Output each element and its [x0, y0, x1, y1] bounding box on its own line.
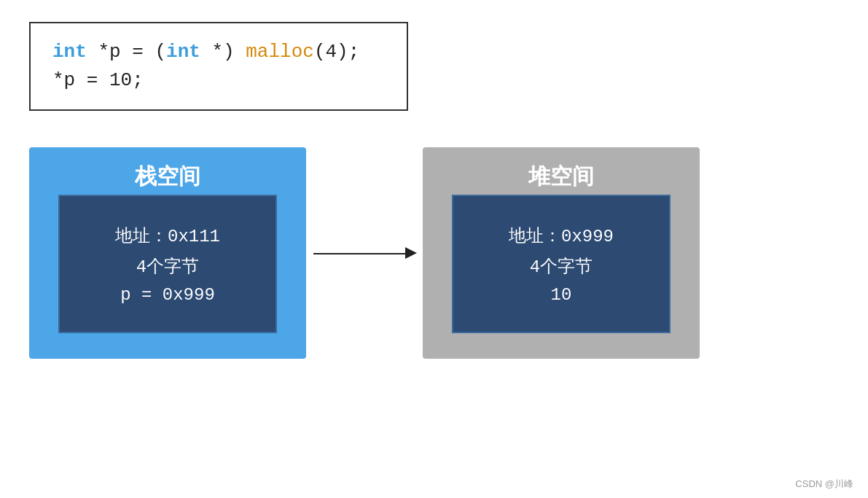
- memory-diagram: 栈空间 地址：0x111 4个字节 p = 0x999 堆空间 地址：0x999…: [29, 147, 839, 359]
- stack-cell: 地址：0x111 4个字节 p = 0x999: [58, 195, 277, 333]
- code-line2-text: *p = 10;: [52, 69, 144, 91]
- code-part6: (4);: [314, 41, 359, 63]
- code-line-1: int *p = (int *) malloc(4);: [52, 38, 385, 66]
- code-block: int *p = (int *) malloc(4); *p = 10;: [29, 22, 408, 111]
- code-malloc: malloc: [246, 41, 314, 63]
- arrow-line: [313, 253, 408, 254]
- heap-size: 4个字节: [530, 254, 593, 278]
- code-part2: *p = (: [87, 41, 166, 63]
- heap-cell: 地址：0x999 4个字节 10: [452, 195, 670, 333]
- arrow-head: [405, 247, 417, 259]
- stack-address: 地址：0x111: [115, 224, 220, 247]
- heap-value: 10: [551, 285, 572, 305]
- watermark: CSDN @川峰: [795, 478, 853, 491]
- stack-size: 4个字节: [136, 254, 199, 278]
- code-part4: *): [200, 41, 246, 63]
- stack-value: p = 0x999: [120, 285, 215, 305]
- heap-address: 地址：0x999: [509, 224, 614, 247]
- heap-space: 堆空间 地址：0x999 4个字节 10: [423, 147, 700, 359]
- stack-label: 栈空间: [135, 162, 200, 192]
- arrow-container: [306, 147, 423, 359]
- keyword-int-2: int: [166, 41, 200, 63]
- page-container: int *p = (int *) malloc(4); *p = 10; 栈空间…: [0, 0, 868, 498]
- keyword-int-1: int: [52, 41, 87, 63]
- code-line-2: *p = 10;: [52, 66, 385, 95]
- heap-label: 堆空间: [528, 162, 594, 192]
- stack-space: 栈空间 地址：0x111 4个字节 p = 0x999: [29, 147, 306, 359]
